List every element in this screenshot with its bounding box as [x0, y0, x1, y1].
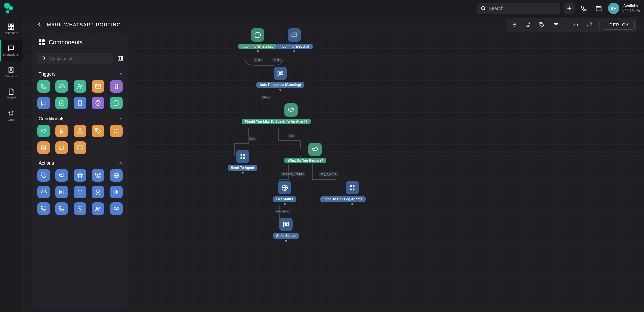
- action-contact[interactable]: [55, 186, 68, 198]
- svg-point-72: [116, 132, 117, 133]
- align-icon: [553, 22, 559, 28]
- trigger-incoming-call[interactable]: [37, 80, 50, 93]
- nav-contacts[interactable]: Contacts: [0, 61, 22, 83]
- contacts-icon: [7, 66, 15, 74]
- globe-icon: [278, 181, 291, 194]
- mask-icon: [308, 143, 322, 156]
- svg-rect-55: [60, 101, 64, 105]
- calendar-button[interactable]: [593, 3, 604, 14]
- svg-point-84: [78, 192, 79, 193]
- tool-list[interactable]: [508, 19, 520, 30]
- action-audio[interactable]: [110, 186, 123, 198]
- node-send-call-log[interactable]: Send To Call Log Agents: [329, 181, 375, 205]
- layout-toggle[interactable]: [117, 55, 124, 62]
- node-send-status[interactable]: Send Status: [273, 218, 299, 242]
- cond-tag[interactable]: [92, 125, 104, 137]
- search-input[interactable]: [489, 6, 556, 11]
- components-search[interactable]: [37, 53, 113, 64]
- svg-line-76: [44, 149, 45, 150]
- search-icon: [481, 6, 486, 11]
- edge-label: no: [288, 134, 295, 138]
- nav-label: Dashboard: [3, 31, 18, 35]
- redo-icon: [587, 22, 593, 28]
- node-message-1[interactable]: Auto Response (Greeting): [256, 67, 304, 91]
- cond-branch[interactable]: [74, 125, 86, 137]
- svg-rect-24: [240, 154, 242, 156]
- svg-point-92: [99, 207, 100, 209]
- node-label: Send To Call Log Agents: [320, 196, 366, 202]
- cond-search-doc[interactable]: [37, 141, 50, 154]
- svg-rect-49: [122, 56, 123, 60]
- action-award[interactable]: [92, 186, 104, 198]
- nav-interactions[interactable]: Interactions: [0, 40, 22, 61]
- action-call-out[interactable]: [92, 169, 104, 182]
- global-search[interactable]: [477, 3, 560, 14]
- deploy-button[interactable]: DEPLOY: [604, 20, 635, 30]
- action-call-unknown[interactable]: ?: [37, 202, 50, 215]
- action-mask[interactable]: [55, 169, 68, 182]
- tool-history[interactable]: [522, 19, 534, 30]
- section-triggers-grid: [37, 80, 124, 112]
- message-icon: [274, 67, 287, 80]
- trigger-timer[interactable]: [92, 97, 104, 109]
- new-button[interactable]: [564, 3, 575, 14]
- tool-align[interactable]: [550, 19, 562, 30]
- action-star[interactable]: [74, 169, 86, 182]
- node-condition-2[interactable]: What Do You Require?: [294, 143, 336, 163]
- action-phone-book[interactable]: [74, 202, 86, 215]
- nav-admin[interactable]: Admin: [0, 105, 22, 126]
- back-button[interactable]: [35, 20, 44, 29]
- node-label: Incoming Whatsapp: [238, 44, 277, 49]
- cond-retry[interactable]: [55, 141, 68, 154]
- svg-point-38: [512, 23, 512, 23]
- components-search-input[interactable]: [49, 56, 109, 61]
- phone-button[interactable]: [579, 3, 589, 14]
- section-actions-grid: ?: [37, 169, 124, 218]
- trigger-add-participant[interactable]: [74, 80, 86, 93]
- action-http[interactable]: [110, 169, 123, 182]
- redo-button[interactable]: [584, 19, 595, 30]
- node-send-to-agent[interactable]: Send To Agent: [228, 150, 257, 174]
- cond-mask[interactable]: [37, 125, 50, 137]
- user-avatar[interactable]: SH: [608, 3, 619, 14]
- mask-icon: [284, 103, 298, 117]
- cond-award[interactable]: [55, 125, 68, 137]
- trigger-email[interactable]: [92, 80, 104, 93]
- action-team[interactable]: [92, 202, 104, 215]
- svg-point-87: [79, 193, 80, 194]
- cond-clock[interactable]: [74, 141, 86, 154]
- trigger-whatsapp[interactable]: [110, 97, 123, 109]
- tool-tag[interactable]: [536, 19, 548, 30]
- nav-reports[interactable]: Reports: [0, 83, 22, 105]
- node-get-status[interactable]: Get Status: [273, 181, 296, 205]
- section-triggers-header[interactable]: Triggers: [37, 67, 124, 80]
- edge-label: success: [275, 210, 290, 213]
- trigger-award[interactable]: [110, 80, 123, 93]
- svg-point-50: [78, 84, 80, 87]
- arrow-left-icon: [37, 22, 43, 28]
- section-actions-header[interactable]: Actions: [37, 156, 124, 169]
- cond-keypad[interactable]: [110, 125, 123, 137]
- section-conditionals-header[interactable]: Conditionals: [37, 112, 124, 125]
- user-status: Available (00:18:45): [623, 4, 640, 13]
- calendar-icon: [595, 5, 602, 12]
- action-voicemail[interactable]: [110, 202, 123, 215]
- svg-rect-11: [8, 28, 10, 30]
- action-hangup[interactable]: [37, 186, 50, 198]
- plus-icon: [567, 6, 572, 11]
- svg-point-65: [114, 129, 115, 130]
- action-keypad[interactable]: [74, 186, 86, 198]
- undo-button[interactable]: [570, 19, 581, 30]
- nav-dashboard[interactable]: Dashboard: [0, 18, 22, 40]
- svg-rect-10: [11, 27, 13, 29]
- svg-text:?: ?: [45, 206, 46, 209]
- svg-point-93: [114, 208, 116, 210]
- action-call[interactable]: [55, 202, 68, 215]
- trigger-answered-call[interactable]: [55, 80, 68, 93]
- nav-label: Interactions: [3, 53, 19, 56]
- trigger-message[interactable]: [37, 97, 50, 109]
- node-condition-1[interactable]: Would You Like To Speak To An Agent?: [256, 103, 325, 124]
- trigger-sms[interactable]: [74, 97, 86, 109]
- trigger-task[interactable]: [55, 97, 68, 109]
- action-tag[interactable]: [37, 169, 50, 182]
